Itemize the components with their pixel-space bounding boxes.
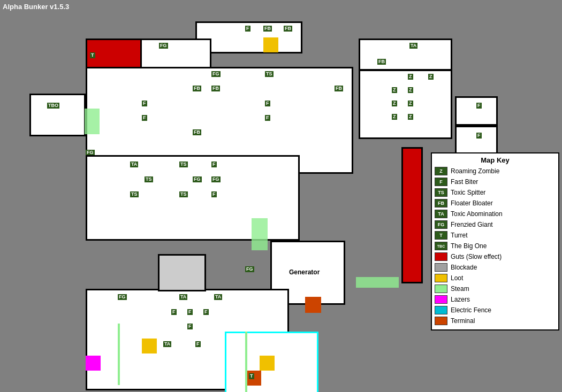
cell-label-tbo: TBO — [47, 103, 59, 109]
key-swatch-fg: FG — [435, 220, 447, 229]
key-swatch-t: T — [435, 231, 447, 240]
cell-label-fg7: FG — [118, 294, 127, 300]
cell-label-fb6: FB — [335, 86, 343, 91]
cell-label-fg2: FG — [211, 71, 221, 77]
cell-label-fb5: FB — [211, 86, 220, 91]
key-row-guts: Guts (Slow effect) — [435, 252, 556, 262]
cell-label-fg4: FG — [193, 176, 202, 182]
key-row-terminal: Terminal — [435, 316, 556, 326]
key-label-blockade: Blockade — [451, 264, 477, 271]
cell-label-ta2: TA — [130, 162, 138, 167]
cell-label-f8: F — [171, 309, 177, 315]
key-row-lazers: Lazers — [435, 295, 556, 304]
key-label-f: Fast Biter — [451, 178, 478, 186]
cell-label-ta3: TA — [179, 294, 187, 300]
cell-label-ts2: TS — [179, 162, 188, 167]
cell-label-z5: Z — [392, 101, 397, 106]
key-swatch-ta: TA — [435, 210, 447, 218]
key-label-ta: Toxic Abomination — [451, 210, 503, 218]
key-label-fg: Frenzied Giant — [451, 221, 493, 228]
cell-label-z8: Z — [408, 114, 413, 120]
key-row-steam: Steam — [435, 284, 556, 294]
cell-label-fb7: FB — [193, 129, 201, 135]
key-row-fg: FG Frenzied Giant — [435, 220, 556, 229]
key-row-fb: FB Floater Bloater — [435, 198, 556, 208]
cell-label-z1: Z — [408, 74, 413, 80]
key-label-tbc: The Big One — [451, 242, 487, 250]
key-row-z: Z Roaming Zombie — [435, 166, 556, 176]
key-label-terminal: Terminal — [451, 317, 475, 325]
cell-label-f6: F — [211, 162, 217, 167]
key-label-z: Roaming Zombie — [451, 167, 499, 175]
key-label-guts: Guts (Slow effect) — [451, 253, 502, 260]
cell-label-t1: T — [90, 52, 95, 58]
map-key: Map Key Z Roaming Zombie F Fast Biter TS… — [431, 152, 559, 330]
cell-label-ts5: TS — [179, 191, 188, 197]
key-swatch-loot — [435, 274, 447, 282]
key-swatch-guts — [435, 252, 447, 261]
key-row-t: T Turret — [435, 230, 556, 240]
cell-label-f7: F — [211, 191, 217, 197]
cell-label-f-farright1: F — [476, 103, 482, 109]
cell-label-z4: Z — [408, 87, 413, 93]
cell-label-z7: Z — [392, 114, 397, 120]
key-label-fb: Floater Bloater — [451, 199, 493, 207]
cell-label-f11: F — [187, 324, 193, 329]
cell-label-f12: F — [195, 341, 201, 347]
cell-label-f4: F — [142, 115, 147, 121]
key-row-ts: TS Toxic Spitter — [435, 188, 556, 197]
key-label-steam: Steam — [451, 285, 469, 293]
cell-label-z3: Z — [392, 87, 397, 93]
cell-label-z6: Z — [408, 101, 413, 106]
key-label-electric: Electric Fence — [451, 306, 491, 314]
cell-label-fg1: FG — [159, 43, 168, 49]
cell-label-fg5: FG — [211, 176, 221, 182]
key-row-ta: TA Toxic Abomination — [435, 209, 556, 219]
cell-label-z2: Z — [428, 74, 434, 80]
cell-label-t2: T — [249, 373, 254, 379]
cell-label-fb2: FB — [284, 26, 292, 32]
cell-label-ta4: TA — [214, 294, 222, 300]
key-swatch-f: F — [435, 178, 447, 186]
key-swatch-electric — [435, 306, 447, 314]
key-row-electric: Electric Fence — [435, 305, 556, 315]
key-row-f: F Fast Biter — [435, 177, 556, 187]
key-swatch-blockade — [435, 263, 447, 272]
cell-label-f10: F — [203, 309, 209, 315]
key-swatch-tbc: TBC — [435, 242, 447, 250]
cell-label-fb1: FB — [263, 26, 272, 32]
cell-label-f3: F — [265, 101, 270, 106]
cell-label-f2: F — [142, 101, 147, 106]
cell-label-f-farright2: F — [476, 133, 482, 139]
generator-label: Generator — [289, 268, 320, 276]
key-label-ts: Toxic Spitter — [451, 189, 485, 196]
cell-label-fg6: FG — [245, 266, 254, 272]
key-swatch-steam — [435, 285, 447, 293]
map-key-title: Map Key — [435, 156, 556, 164]
cell-label-fb4: FB — [193, 86, 201, 91]
key-swatch-lazers — [435, 295, 447, 304]
cell-label-fb3: FB — [377, 59, 386, 65]
title: Alpha Bunker v1.5.3 — [3, 3, 69, 11]
key-swatch-ts: TS — [435, 188, 447, 197]
cell-label-ta1: TA — [409, 43, 417, 49]
key-swatch-z: Z — [435, 167, 447, 175]
key-row-tbc: TBC The Big One — [435, 241, 556, 251]
key-swatch-fb: FB — [435, 199, 447, 207]
cell-label-f9: F — [187, 309, 193, 315]
key-label-t: Turret — [451, 232, 468, 239]
cell-label-ts3: TS — [145, 176, 153, 182]
map-area: F FB FB T FG TA FB Z Z Z Z Z Z Z Z F F F… — [3, 11, 431, 390]
key-swatch-terminal — [435, 317, 447, 325]
key-row-blockade: Blockade — [435, 263, 556, 272]
cell-label-ts1: TS — [265, 71, 274, 77]
cell-label-f5: F — [265, 115, 270, 121]
key-label-loot: Loot — [451, 274, 463, 282]
cell-label-ta5: TA — [163, 341, 171, 347]
cell-label-ts4: TS — [130, 191, 139, 197]
key-label-lazers: Lazers — [451, 296, 470, 303]
key-row-loot: Loot — [435, 273, 556, 283]
cell-label-f1: F — [245, 26, 250, 32]
